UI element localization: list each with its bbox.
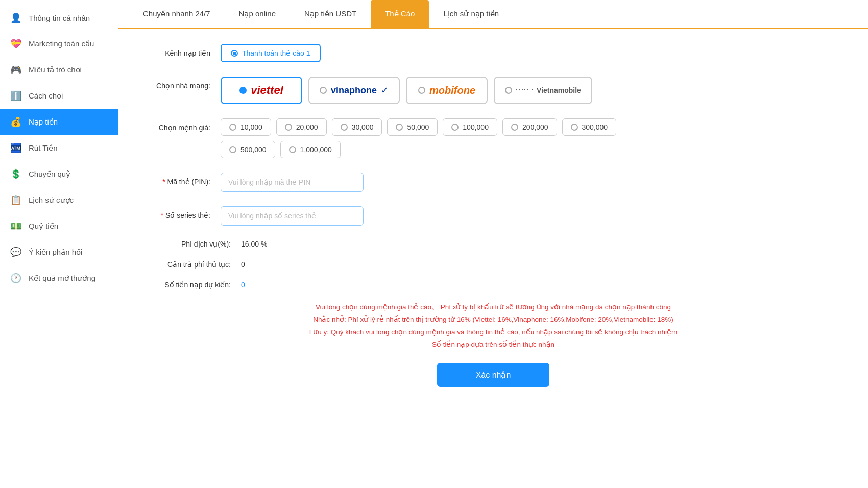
sidebar-item-y-kien[interactable]: 💬 Ý kiến phản hồi [0,239,118,265]
dollar-icon: 💲 [10,168,21,180]
denom-radio-200000 [511,124,518,131]
can-tra-phi-label: Cần trả phí thủ tục: [139,260,241,269]
tab-bar: Chuyển nhanh 24/7 Nạp online Nạp tiền US… [118,0,868,29]
mobifone-radio-dot [418,87,425,94]
sidebar-item-rut-tien[interactable]: 🏧 Rút Tiền [0,135,118,161]
denom-10000[interactable]: 10,000 [221,118,271,136]
denom-radio-1000000 [289,146,296,153]
denom-radio-20000 [285,124,292,131]
vinaphone-logo: vinaphone [331,85,377,96]
heart-icon: 💝 [10,38,21,50]
denom-200000[interactable]: 200,000 [502,118,557,136]
wallet-icon: 💰 [10,116,21,128]
network-control: viettel vinaphone ✓ mobifone 〰〰 [221,77,848,104]
network-grid: viettel vinaphone ✓ mobifone 〰〰 [221,77,848,104]
list-icon: 📋 [10,194,21,206]
tab-the-cao[interactable]: Thẻ Cào [371,0,429,28]
radio-dot-kenh [231,50,238,57]
main-content: Chuyển nhanh 24/7 Nạp online Nạp tiền US… [118,0,868,488]
sidebar-item-cach-choi[interactable]: ℹ️ Cách chơi [0,83,118,109]
person-icon: 👤 [10,12,21,23]
viettel-logo: viettel [251,84,283,97]
sidebar-item-mieu-ta[interactable]: 🎮 Miêu tả trò chơi [0,57,118,83]
denom-1000000[interactable]: 1,000,000 [280,141,341,158]
kenh-nap-tien-control: Thanh toán thẻ cào 1 [221,44,848,62]
so-tien-nap-value: 0 [241,281,245,289]
denom-300000[interactable]: 300,000 [562,118,617,136]
denom-radio-100000 [451,124,459,131]
tab-nap-online[interactable]: Nạp online [225,0,290,28]
chat-icon: 💬 [10,247,21,258]
denom-radio-300000 [571,124,578,131]
money-icon: 💵 [10,221,21,232]
chon-menh-gia-label: Chọn mệnh giá: [139,118,221,132]
denom-30000[interactable]: 30,000 [332,118,382,136]
sidebar-label-ket-qua: Kết quả mở thưởng [29,274,95,283]
notice-line-1: Vui lòng chọn đúng mệnh giá thẻ cào。 Phí… [139,301,848,313]
sidebar-label-rut-tien: Rút Tiền [29,143,58,153]
chon-nha-mang-label: Chọn nhà mạng: [139,77,221,90]
denom-100000[interactable]: 100,000 [443,118,497,136]
denom-radio-500000 [229,146,236,153]
ma-the-control [221,173,848,192]
vietnamobile-logo: Vietnamobile [537,86,581,94]
ma-the-input[interactable] [221,173,364,192]
phi-dich-vu-row: Phí dịch vụ(%): 16.00 % [139,240,848,248]
so-tien-nap-row: Số tiền nạp dự kiến: 0 [139,281,848,289]
denom-50000[interactable]: 50,000 [387,118,438,136]
sidebar-item-thong-tin-ca-nhan[interactable]: 👤 Thông tin cá nhân [0,5,118,31]
denom-radio-30000 [341,124,348,131]
denom-radio-10000 [229,124,236,131]
network-mobifone[interactable]: mobifone [406,77,488,104]
kenh-option-1[interactable]: Thanh toán thẻ cào 1 [221,44,321,62]
sidebar-label-chuyen-quy: Chuyển quỹ [29,169,70,179]
denom-radio-50000 [396,124,403,131]
kenh-nap-tien-row: Kênh nạp tiền Thanh toán thẻ cào 1 [139,44,848,62]
sidebar-label-lich-su-cuoc: Lịch sử cược [29,196,74,205]
so-tien-nap-label: Số tiền nạp dự kiến: [139,281,241,289]
sidebar-item-quy-tien[interactable]: 💵 Quỹ tiền [0,213,118,239]
vinaphone-radio-dot [320,87,327,94]
tab-lich-su-nap-tien[interactable]: Lịch sử nạp tiền [429,0,513,28]
notice-line-3: Lưu ý: Quý khách vui lòng chọn đúng mệnh… [139,326,848,338]
chon-nha-mang-row: Chọn nhà mạng: viettel vinaphone ✓ mobi [139,77,848,104]
network-viettel[interactable]: viettel [221,77,302,104]
sidebar-label-thong-tin: Thông tin cá nhân [29,14,90,22]
denom-20000[interactable]: 20,000 [276,118,327,136]
can-tra-phi-row: Cần trả phí thủ tục: 0 [139,260,848,269]
denomination-grid-row2: 500,000 1,000,000 [221,141,848,158]
atm-icon: 🏧 [10,142,21,154]
network-vietnamobile[interactable]: 〰〰 Vietnamobile [494,77,592,104]
sidebar-label-y-kien: Ý kiến phản hồi [29,248,82,257]
sidebar-item-ket-qua[interactable]: 🕐 Kết quả mở thưởng [0,265,118,291]
sidebar-item-lich-su-cuoc[interactable]: 📋 Lịch sử cược [0,187,118,213]
vietnamobile-wave-icon: 〰〰 [516,86,533,95]
submit-button[interactable]: Xác nhận [437,363,549,387]
sidebar-label-quy-tien: Quỹ tiền [29,222,58,231]
sidebar-item-chuyen-quy[interactable]: 💲 Chuyển quỹ [0,161,118,187]
so-series-label: Số series thẻ: [139,206,221,219]
viettel-radio-dot [239,87,247,94]
denomination-control: 10,000 20,000 30,000 50,000 [221,118,848,158]
form-content: Kênh nạp tiền Thanh toán thẻ cào 1 Chọn … [118,29,868,402]
chon-menh-gia-row: Chọn mệnh giá: 10,000 20,000 30,000 [139,118,848,158]
sidebar-label-marketing: Marketing toàn cầu [29,39,94,48]
tab-chuyen-nhanh[interactable]: Chuyển nhanh 24/7 [129,0,225,28]
so-series-row: Số series thẻ: [139,206,848,226]
tab-nap-tien-usdt[interactable]: Nạp tiền USDT [290,0,371,28]
so-series-input[interactable] [221,206,364,226]
denom-500000[interactable]: 500,000 [221,141,275,158]
can-tra-phi-value: 0 [241,260,245,269]
notice-line-2: Nhắc nhở: Phí xử lý rẻ nhất trên thị trư… [139,313,848,326]
kenh-nap-tien-label: Kênh nạp tiền [139,44,221,57]
info-icon: ℹ️ [10,90,21,102]
clock-icon: 🕐 [10,273,21,284]
ma-the-row: Mã thẻ (PIN): [139,173,848,192]
mobifone-logo: mobifone [429,85,475,96]
sidebar-item-nap-tien[interactable]: 💰 Nạp tiền [0,109,118,135]
network-vinaphone[interactable]: vinaphone ✓ [308,77,400,104]
ma-the-label: Mã thẻ (PIN): [139,173,221,186]
sidebar-item-marketing[interactable]: 💝 Marketing toàn cầu [0,31,118,57]
sidebar-label-mieu-ta: Miêu tả trò chơi [29,65,82,75]
denomination-grid: 10,000 20,000 30,000 50,000 [221,118,848,136]
